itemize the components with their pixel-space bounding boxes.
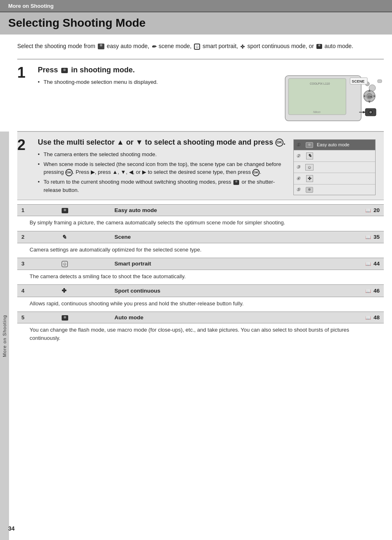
mode-icon-4: ✤ (304, 175, 315, 182)
ref-desc-5: You can change the flash mode, use macro… (17, 323, 384, 346)
step-2-bullet-1: The camera enters the selected shooting … (38, 150, 287, 159)
svg-rect-13 (378, 80, 382, 83)
step-1-bullet-1: The shooting-mode selection menu is disp… (38, 78, 262, 86)
camera-icon-inline2 (233, 180, 239, 185)
intro-paragraph: Select the shooting mode from easy auto … (17, 42, 384, 51)
ref-row-4-header: 4 ✤ Sport continuous 📖 46 (17, 285, 384, 297)
ref-label-4: Sport continuous (111, 285, 304, 297)
reference-table: 1 Easy auto mode 📖 20 By simply framing … (17, 204, 384, 346)
step-1-number: 1 (17, 65, 38, 127)
mode-icon-3: ☺ (304, 164, 315, 171)
ref-desc-1: By simply framing a picture, the camera … (17, 216, 384, 231)
mode-label-1: Easy auto mode (315, 142, 373, 147)
svg-point-18 (369, 111, 372, 113)
ref-page-4: 📖 46 (303, 285, 384, 297)
ref-icon-5 (58, 312, 110, 323)
ref-label-2: Scene (111, 231, 304, 243)
page-number: 34 (8, 525, 15, 532)
step-1-heading: Press in shooting mode. (38, 65, 262, 75)
step-1-body: Press in shooting mode. The shooting-mod… (38, 65, 262, 127)
step-2-bullet-2: When scene mode is selected (the second … (38, 160, 287, 176)
ref-page-3: 📖 44 (303, 258, 384, 270)
smart-portrait-icon: ☺ (194, 44, 200, 50)
title-section: Selecting Shooting Mode (0, 12, 392, 35)
step-2-heading: Use the multi selector ▲ or ▼ to select … (38, 138, 287, 147)
ref-row-3-desc: The camera detects a smiling face to sho… (17, 270, 384, 285)
mode-row-1: ① Easy auto mode (294, 140, 375, 150)
ref-desc-3: The camera detects a smiling face to sho… (17, 270, 384, 285)
ref-icon-1 (58, 205, 110, 216)
sidebar: More on Shooting (0, 132, 9, 540)
ref-icon-4: ✤ (58, 285, 110, 297)
ref-desc-2: Camera settings are automatically optimi… (17, 243, 384, 258)
step-1-camera-diagram: COOLPIX L110 Nikon OK SCENE (269, 65, 384, 127)
sidebar-label: More on Shooting (2, 315, 7, 357)
step-2-bullets: The camera enters the selected shooting … (38, 150, 287, 194)
ref-row-1-header: 1 Easy auto mode 📖 20 (17, 205, 384, 216)
mode-num-1: ① (296, 142, 304, 148)
ref-icon-3: ☺ (58, 258, 110, 270)
mode-icon-5 (304, 187, 315, 193)
step-2-section: 2 Use the multi selector ▲ or ▼ to selec… (17, 132, 384, 200)
ok-icon: OK (275, 138, 284, 147)
ref-icon-2: ✎ (58, 231, 110, 243)
camera-icon-inline (61, 68, 68, 73)
mode-row-2: ② ✎ (294, 150, 375, 162)
mode-selector-diagram: ① Easy auto mode ② ✎ (293, 139, 376, 195)
ref-num-3: 3 (17, 258, 58, 270)
mode-row-3: ③ ☺ (294, 162, 375, 173)
mode-icon-2: ✎ (304, 152, 315, 159)
mode-row-5: ⑤ (294, 185, 375, 195)
ref-row-5-header: 5 Auto mode 📖 48 (17, 312, 384, 323)
mode-num-5: ⑤ (296, 187, 304, 192)
ref-desc-4: Allows rapid, continuous shooting while … (17, 297, 384, 312)
svg-text:OK: OK (368, 95, 373, 99)
mode-num-3: ③ (296, 164, 304, 170)
ref-row-3-header: 3 ☺ Smart portrait 📖 44 (17, 258, 384, 270)
ref-page-2: 📖 35 (303, 231, 384, 243)
top-bar: More on Shooting (0, 0, 392, 12)
easy-auto-icon (98, 44, 104, 49)
ref-num-2: 2 (17, 231, 58, 243)
mode-row-4: ④ ✤ (294, 173, 375, 185)
ref-row-5-desc: You can change the flash mode, use macro… (17, 323, 384, 346)
ref-label-3: Smart portrait (111, 258, 304, 270)
step-1-section: 1 Press in shooting mode. The shooting-m… (17, 59, 384, 131)
mode-num-2: ② (296, 153, 304, 159)
ref-row-2-header: 2 ✎ Scene 📖 35 (17, 231, 384, 243)
step-2-bullet-3: To return to the current shooting mode w… (38, 178, 287, 194)
ref-row-4-desc: Allows rapid, continuous shooting while … (17, 297, 384, 312)
ref-page-1: 📖 20 (303, 205, 384, 216)
page-title: Selecting Shooting Mode (8, 16, 384, 30)
step-2-mode-selector: ① Easy auto mode ② ✎ (293, 138, 384, 196)
scene-icon: ✏ (152, 44, 156, 50)
step-2-number: 2 (17, 138, 38, 196)
breadcrumb: More on Shooting (8, 3, 53, 9)
camera-svg: COOLPIX L110 Nikon OK SCENE (281, 65, 384, 127)
mode-icon-1 (304, 142, 315, 148)
ref-row-1-desc: By simply framing a picture, the camera … (17, 216, 384, 231)
ref-page-5: 📖 48 (303, 312, 384, 323)
ref-num-4: 4 (17, 285, 58, 297)
ref-num-1: 1 (17, 205, 58, 216)
sport-icon: ✤ (240, 44, 245, 50)
ref-row-2-desc: Camera settings are automatically optimi… (17, 243, 384, 258)
svg-text:Nikon: Nikon (313, 111, 321, 113)
ref-num-5: 5 (17, 312, 58, 323)
step-2-body: Use the multi selector ▲ or ▼ to select … (38, 138, 287, 196)
auto-icon (316, 44, 322, 49)
ref-label-1: Easy auto mode (111, 205, 304, 216)
mode-num-4: ④ (296, 176, 304, 181)
ref-label-5: Auto mode (111, 312, 304, 323)
svg-text:SCENE: SCENE (352, 79, 364, 83)
step-1-bullets: The shooting-mode selection menu is disp… (38, 78, 262, 86)
svg-text:COOLPIX L110: COOLPIX L110 (310, 82, 330, 85)
